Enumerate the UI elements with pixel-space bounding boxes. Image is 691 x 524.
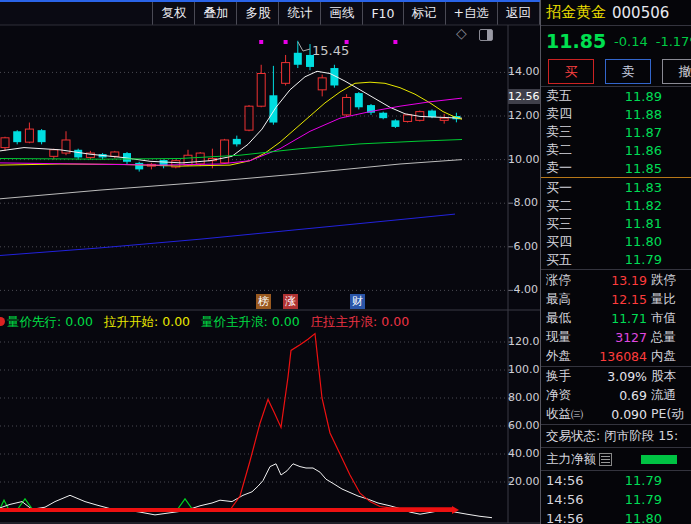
ask-row[interactable]: 卖四11.88 xyxy=(541,105,691,123)
ma-blue xyxy=(0,214,455,255)
ask-label: 卖一 xyxy=(546,159,572,177)
peak-price-annotation: 15.45 xyxy=(312,43,349,58)
sub-axis-label: 40.00 xyxy=(508,447,538,461)
stat-label-2: 量比 xyxy=(651,291,691,308)
ask-price: 11.88 xyxy=(625,107,662,122)
stat-label: 收益㈢ xyxy=(546,406,599,423)
main-axis-label: 4.00 xyxy=(508,283,538,297)
candle-body xyxy=(221,140,229,163)
diamond-marker-icon[interactable]: ◇ xyxy=(456,25,467,41)
main-axis-label: 10.00 xyxy=(508,153,538,167)
sell-button[interactable]: 卖 xyxy=(605,59,651,84)
tick-time: 14:56 xyxy=(546,492,583,507)
stock-title-row: 招金黄金 000506 xyxy=(541,0,691,26)
candle-body xyxy=(38,130,46,142)
last-price-row: 11.85 -0.14 -1.17% xyxy=(541,26,691,56)
ask-row[interactable]: 卖五11.89 xyxy=(541,87,691,105)
tick-time: 14:56 xyxy=(546,473,583,488)
bid-price: 11.81 xyxy=(625,216,662,231)
main-axis-label: 8.00 xyxy=(508,196,538,210)
tick-price: 11.80 xyxy=(625,511,662,524)
stat-row: 现量3127总量 xyxy=(541,328,691,347)
candle-body xyxy=(25,129,33,142)
candle-body xyxy=(245,106,253,130)
axis-highlight-label: 12.56 xyxy=(508,89,540,104)
ask-row[interactable]: 卖二11.86 xyxy=(541,141,691,159)
bid-price: 11.79 xyxy=(625,252,662,267)
stat-label: 换手 xyxy=(546,368,599,385)
bid-row[interactable]: 买一11.83 xyxy=(541,178,691,196)
ask-price: 11.85 xyxy=(625,161,662,176)
stat-label-2: 股本 xyxy=(651,368,691,385)
bid-label: 买五 xyxy=(546,251,572,269)
stat-value: 0.090 xyxy=(599,407,647,422)
stat-label-2: 总量 xyxy=(651,329,691,346)
bid-label: 买三 xyxy=(546,215,572,233)
pane-layout-icon[interactable] xyxy=(479,29,493,41)
stat-value: 12.15 xyxy=(599,292,647,307)
trade-buttons-row: 买 卖 撤 xyxy=(541,56,691,86)
bid-row[interactable]: 买三11.81 xyxy=(541,215,691,233)
candle-body xyxy=(196,153,204,164)
ask-label: 卖三 xyxy=(546,123,572,141)
trade-status: 交易状态: 闭市阶段 15: xyxy=(541,424,691,447)
main-axis-label: 6.00 xyxy=(508,240,538,254)
quote-panel: 招金黄金 000506 11.85 -0.14 -1.17% 买 卖 撤 卖五1… xyxy=(540,0,691,524)
ask-row[interactable]: 卖三11.87 xyxy=(541,123,691,141)
ask-label: 卖二 xyxy=(546,141,572,159)
hot-badge-榜[interactable]: 榜 xyxy=(256,294,271,309)
sub-axis-label: 120.0 xyxy=(508,335,538,349)
tick-price: 11.79 xyxy=(625,473,662,488)
candle-body xyxy=(318,78,326,90)
stat-row: 收益㈢0.090PE(动 xyxy=(541,405,691,424)
ask-price: 11.86 xyxy=(625,143,662,158)
candle-body xyxy=(294,53,302,65)
tick-price: 11.79 xyxy=(625,492,662,507)
kline-chart-canvas[interactable] xyxy=(0,0,540,524)
bid-price: 11.83 xyxy=(625,180,662,195)
candle-body xyxy=(50,150,58,157)
order-book: 卖五11.89卖四11.88卖三11.87卖二11.86卖一11.85买一11.… xyxy=(541,86,691,269)
tick-time: 14:56 xyxy=(546,511,583,524)
candle-body xyxy=(282,63,290,84)
candle-body xyxy=(269,95,277,122)
indicator-value: 拉升开始: 0.00 xyxy=(104,314,190,331)
candle-body xyxy=(404,115,412,122)
main-net-row: 主力净额 xyxy=(541,447,691,470)
bid-row[interactable]: 买四11.80 xyxy=(541,233,691,251)
stat-label-2: 跌停 xyxy=(651,272,691,289)
stock-name: 招金黄金 xyxy=(546,3,606,22)
candle-body xyxy=(135,163,143,170)
candle-body xyxy=(428,111,436,118)
list-icon[interactable] xyxy=(599,453,612,466)
peak-pointer xyxy=(298,42,310,51)
ask-row[interactable]: 卖一11.85 xyxy=(541,159,691,177)
price-change-pct: -1.17% xyxy=(656,34,691,49)
ask-label: 卖四 xyxy=(546,105,572,123)
ask-price: 11.89 xyxy=(625,89,662,104)
stat-value: 3127 xyxy=(599,330,647,345)
bid-row[interactable]: 买五11.79 xyxy=(541,251,691,269)
stat-label: 现量 xyxy=(546,329,599,346)
stat-row: 最低11.71市值 xyxy=(541,309,691,328)
bid-row[interactable]: 买二11.82 xyxy=(541,197,691,215)
pane-layout-icon-fill xyxy=(487,30,492,40)
hot-badge-涨[interactable]: 涨 xyxy=(283,294,298,309)
candle-body xyxy=(111,152,119,156)
cancel-order-button[interactable]: 撤 xyxy=(662,59,691,84)
stat-label: 涨停 xyxy=(546,272,599,289)
signal-square xyxy=(259,40,263,44)
price-axis: 12.56 14.0012.0010.008.006.004.00120.010… xyxy=(508,0,540,524)
stat-row: 换手3.09%股本 xyxy=(541,367,691,386)
stat-label-2: 内盘 xyxy=(651,348,691,365)
candle-body xyxy=(355,93,363,107)
buy-button[interactable]: 买 xyxy=(548,59,594,84)
stat-row: 涨停13.19跌停 xyxy=(541,271,691,290)
stat-value: 0.69 xyxy=(599,388,647,403)
tick-row: 14:5611.80 xyxy=(541,509,691,524)
stat-label: 最低 xyxy=(546,310,599,327)
indicator-red-line xyxy=(0,334,452,510)
stat-value: 136084 xyxy=(599,349,647,364)
hot-badge-财[interactable]: 财 xyxy=(350,294,365,309)
stat-row: 最高12.15量比 xyxy=(541,290,691,309)
